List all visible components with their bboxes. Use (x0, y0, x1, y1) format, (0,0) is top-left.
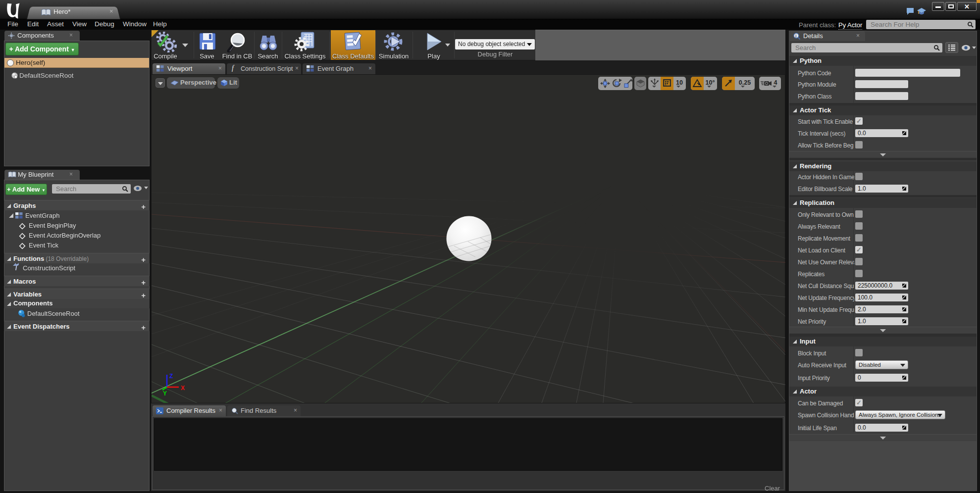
svg-text:Y: Y (163, 390, 167, 397)
svg-text:X: X (181, 385, 185, 392)
svg-text:Z: Z (169, 373, 173, 380)
svg-text:i: i (795, 34, 797, 39)
